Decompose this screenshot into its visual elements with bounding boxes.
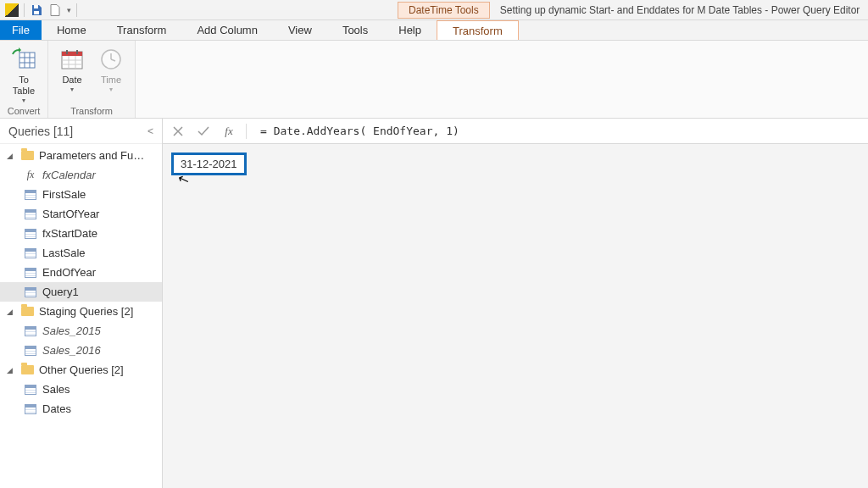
tab-help[interactable]: Help — [383, 20, 437, 40]
tree-item-label: LastSale — [42, 247, 86, 259]
ribbon-group-convert: To Table ▾ Convert — [0, 41, 48, 118]
dropdown-caret-icon: ▾ — [109, 86, 113, 94]
table-icon — [24, 267, 37, 279]
dropdown-caret-icon: ▾ — [70, 86, 74, 94]
ribbon-tabstrip: File Home Transform Add Column View Tool… — [0, 20, 868, 41]
editor-content: fx 31-12-2021 ↖ — [163, 119, 868, 488]
table-icon — [24, 325, 37, 337]
collapse-chevron-icon[interactable]: < — [147, 125, 153, 137]
tree-item-label: EndOfYear — [42, 266, 96, 279]
tree-item-label: Query1 — [42, 286, 79, 298]
tree-item-label: Sales_2016 — [42, 344, 101, 357]
app-logo-icon — [5, 3, 19, 17]
tree-item[interactable]: Sales_2015 — [0, 321, 162, 341]
tab-transform[interactable]: Transform — [102, 20, 182, 40]
formula-input[interactable] — [255, 125, 861, 137]
tree-folder[interactable]: ◢Parameters and Fu… — [0, 146, 162, 165]
expand-toggle-icon[interactable]: ◢ — [7, 308, 15, 316]
tree-item-label: Dates — [42, 402, 71, 415]
tree-item-label: StartOfYear — [42, 208, 99, 220]
expand-toggle-icon[interactable]: ◢ — [7, 366, 15, 374]
tab-contextual-transform[interactable]: Transform — [437, 20, 519, 40]
clock-icon — [97, 46, 125, 73]
svg-rect-1 — [34, 11, 39, 14]
table-icon — [24, 228, 37, 240]
ribbon-empty — [136, 41, 868, 118]
tree-folder-label: Other Queries [2] — [39, 363, 124, 376]
time-button[interactable]: Time ▾ — [92, 44, 130, 106]
table-icon — [24, 384, 37, 396]
to-table-button[interactable]: To Table ▾ — [5, 44, 42, 106]
qat-dropdown-icon[interactable]: ▾ — [67, 6, 71, 14]
tab-home[interactable]: Home — [42, 20, 102, 40]
date-button[interactable]: Date ▾ — [53, 44, 91, 106]
tree-item-label: fxStartDate — [42, 227, 97, 240]
table-icon — [24, 247, 37, 259]
formula-bar: fx — [163, 119, 868, 144]
folder-icon — [20, 306, 34, 318]
tree-item[interactable]: Sales_2016 — [0, 341, 162, 360]
tree-folder-label: Parameters and Fu… — [39, 149, 144, 162]
result-area: 31-12-2021 ↖ — [163, 144, 868, 175]
tree-item-label: FirstSale — [42, 188, 86, 201]
tree-item-label: fxCalendar — [42, 169, 96, 181]
time-label: Time — [101, 75, 121, 86]
tree-item[interactable]: fxStartDate — [0, 224, 162, 243]
to-table-icon — [10, 46, 37, 73]
tree-item-label: Sales_2015 — [42, 324, 101, 337]
tab-file[interactable]: File — [0, 20, 42, 40]
to-table-label: To Table — [13, 75, 35, 97]
tree-item-label: Sales — [42, 383, 70, 396]
svg-rect-2 — [19, 53, 35, 68]
separator — [246, 124, 247, 139]
tree-item[interactable]: Query1 — [0, 282, 162, 302]
folder-icon — [20, 364, 34, 376]
table-icon — [24, 286, 37, 298]
ribbon: To Table ▾ Convert Date ▾ Time ▾ Trans — [0, 41, 868, 119]
tree-item[interactable]: EndOfYear — [0, 263, 162, 282]
expand-toggle-icon[interactable]: ◢ — [7, 152, 15, 160]
tab-add-column[interactable]: Add Column — [181, 20, 273, 40]
queries-tree: ◢Parameters and Fu…fxfxCalendarFirstSale… — [0, 144, 162, 420]
tree-item[interactable]: LastSale — [0, 243, 162, 263]
separator — [76, 3, 77, 17]
tree-item[interactable]: fxfxCalendar — [0, 165, 162, 185]
ribbon-group-label: Convert — [8, 106, 41, 118]
folder-icon — [20, 150, 34, 162]
calendar-icon — [58, 46, 86, 73]
tree-folder[interactable]: ◢Other Queries [2] — [0, 360, 162, 380]
svg-rect-8 — [62, 52, 82, 56]
tree-folder[interactable]: ◢Staging Queries [2] — [0, 302, 162, 321]
contextual-tool-header: DateTime Tools — [398, 2, 490, 19]
dropdown-caret-icon: ▾ — [22, 97, 25, 105]
ribbon-group-transform: Date ▾ Time ▾ Transform — [48, 41, 136, 118]
tab-tools[interactable]: Tools — [327, 20, 383, 40]
table-icon — [24, 189, 37, 201]
tab-view[interactable]: View — [273, 20, 327, 40]
quick-access-toolbar: ▾ DateTime Tools Setting up dynamic Star… — [0, 0, 868, 20]
document-icon[interactable] — [48, 3, 62, 17]
date-label: Date — [62, 75, 81, 86]
window-title: Setting up dynamic Start- and Enddates f… — [490, 4, 868, 16]
save-icon[interactable] — [30, 3, 43, 17]
fx-icon[interactable]: fx — [220, 123, 237, 140]
tree-item[interactable]: StartOfYear — [0, 204, 162, 224]
separator — [24, 3, 25, 17]
fx-icon: fx — [24, 169, 37, 181]
tree-item[interactable]: Sales — [0, 380, 162, 399]
cancel-icon[interactable] — [170, 123, 186, 140]
main-split: Queries [11] < ◢Parameters and Fu…fxfxCa… — [0, 119, 868, 488]
ribbon-group-label: Transform — [70, 106, 113, 118]
table-icon — [24, 403, 37, 415]
table-icon — [24, 208, 37, 220]
tree-item[interactable]: FirstSale — [0, 185, 162, 204]
table-icon — [24, 345, 37, 357]
queries-pane-title: Queries [11] — [8, 125, 73, 138]
queries-pane: Queries [11] < ◢Parameters and Fu…fxfxCa… — [0, 119, 163, 488]
svg-rect-0 — [34, 5, 38, 8]
queries-pane-header[interactable]: Queries [11] < — [0, 119, 162, 144]
tree-item[interactable]: Dates — [0, 399, 162, 419]
tree-folder-label: Staging Queries [2] — [39, 305, 133, 318]
confirm-icon[interactable] — [195, 123, 212, 140]
